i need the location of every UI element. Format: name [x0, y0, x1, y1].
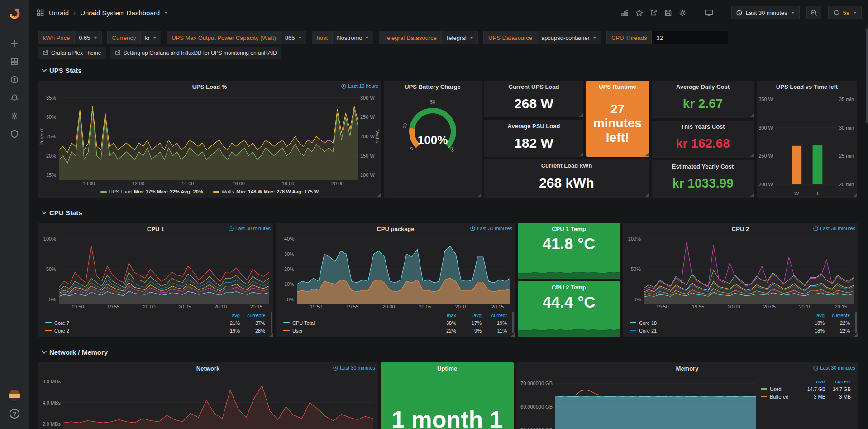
- section-network-memory[interactable]: Network / Memory: [38, 342, 862, 362]
- legend-column-header[interactable]: max: [800, 379, 825, 384]
- add-panel-icon[interactable]: [621, 9, 629, 17]
- legend-series-name[interactable]: UPS Load: [109, 189, 132, 194]
- apps-grid-icon[interactable]: [36, 9, 44, 17]
- refresh-picker[interactable]: 5s: [828, 6, 862, 19]
- panel-cpu-package: CPU package Last 30 minutes 40%30%20%10%…: [276, 223, 515, 337]
- axis-tick-label: 20:00: [143, 304, 156, 309]
- panel-title[interactable]: Memory: [676, 365, 699, 372]
- panel-title[interactable]: UPS Load vs Time left: [776, 83, 838, 90]
- panel-title[interactable]: Network: [196, 365, 219, 372]
- variable-value-dropdown[interactable]: 0.65: [74, 31, 101, 44]
- alerting-bell-icon[interactable]: [0, 89, 29, 107]
- dashboards-icon[interactable]: [0, 53, 29, 71]
- panel-title[interactable]: Average PSU Load: [508, 123, 560, 130]
- memory-chart[interactable]: [555, 374, 756, 429]
- share-icon[interactable]: [650, 9, 658, 17]
- variable-value-dropdown[interactable]: kr: [140, 31, 161, 44]
- dashboard-picker-caret-icon[interactable]: [164, 12, 168, 14]
- panel-cpu1-temp: CPU 1 Temp 41.8 °C: [518, 223, 620, 279]
- section-ups-stats[interactable]: UPS Stats: [38, 60, 862, 81]
- help-icon[interactable]: ?: [0, 405, 29, 423]
- panel-time-range[interactable]: Last 30 minutes: [470, 226, 512, 231]
- save-icon[interactable]: [664, 9, 672, 17]
- link-grafana-plex-theme[interactable]: Grafana Plex Theme: [38, 47, 106, 59]
- stat-value: 44.4 °C: [518, 293, 620, 321]
- breadcrumb-app[interactable]: Unraid: [49, 9, 69, 17]
- zoom-out-button[interactable]: [806, 6, 821, 19]
- axis-tick-label: 2.0 MBs: [43, 421, 61, 427]
- panel-title[interactable]: Average Daily Cost: [676, 83, 730, 90]
- legend-series-name[interactable]: Core 21: [630, 328, 799, 333]
- legend-column-header[interactable]: current▾: [825, 313, 850, 318]
- variable-value-dropdown[interactable]: Nostromo: [332, 31, 373, 44]
- panel-title[interactable]: UPS Load %: [192, 83, 227, 90]
- legend-series-name[interactable]: CPU Total: [283, 320, 431, 326]
- legend-series-name[interactable]: Used: [761, 386, 800, 392]
- legend-series-name[interactable]: Watts: [222, 189, 234, 194]
- user-avatar[interactable]: [0, 386, 29, 405]
- cpu-threads-input[interactable]: [651, 31, 728, 44]
- legend-column-header[interactable]: avg: [799, 313, 825, 318]
- legend-series-name[interactable]: Buffered: [761, 394, 800, 400]
- legend-column-header[interactable]: current: [825, 379, 851, 384]
- legend-scrollbar[interactable]: [855, 312, 857, 333]
- legend-series-name[interactable]: Core 2: [45, 328, 215, 333]
- panel-time-range[interactable]: Last 30 minutes: [333, 365, 375, 371]
- cycle-view-monitor-icon[interactable]: [705, 9, 713, 17]
- legend-series-name[interactable]: Core 18: [630, 320, 799, 326]
- load-vs-time-chart[interactable]: [776, 92, 837, 190]
- panel-title[interactable]: CPU 2 Temp: [552, 284, 586, 291]
- section-cpu-stats[interactable]: CPU Stats: [38, 202, 862, 223]
- axis-tick-label: 20:00: [728, 304, 740, 309]
- legend-column-header[interactable]: current: [482, 313, 507, 318]
- axis-tick-label: 10%: [284, 281, 294, 287]
- legend-series-name[interactable]: User: [283, 328, 431, 333]
- legend-series-name[interactable]: Core 7: [45, 320, 215, 326]
- cpu2-chart[interactable]: [644, 235, 854, 304]
- panel-title[interactable]: This Years Cost: [681, 123, 725, 130]
- dashboard-title[interactable]: Unraid System Dashboard: [80, 9, 160, 17]
- legend-column-header[interactable]: current▾: [240, 313, 265, 318]
- time-range-picker[interactable]: Last 30 minutes: [731, 6, 800, 19]
- variable-value-dropdown[interactable]: apcupsd-container: [537, 31, 601, 44]
- legend: UPS LoadMin: 17% Max: 32% Avg: 20% Watts…: [38, 188, 381, 198]
- stat-value: 268 W: [484, 92, 583, 117]
- legend-scrollbar[interactable]: [512, 312, 514, 333]
- star-icon[interactable]: [635, 9, 643, 17]
- panel-title[interactable]: CPU package: [377, 226, 414, 232]
- axis-tick-label: 19:55: [346, 304, 359, 309]
- server-admin-shield-icon[interactable]: [0, 125, 29, 143]
- panel-ups-load-vs-time-left: UPS Load vs Time left 350 W300 W250 W200…: [757, 81, 857, 198]
- ups-load-chart[interactable]: [59, 92, 358, 180]
- panel-time-range[interactable]: Last 30 minutes: [229, 226, 271, 231]
- legend-column-header[interactable]: avg: [215, 313, 240, 318]
- create-plus-icon[interactable]: [0, 34, 29, 53]
- panel-time-range[interactable]: Last 30 minutes: [813, 226, 855, 231]
- panel-average-psu-load: Average PSU Load 182 W: [484, 120, 583, 157]
- legend-column-header[interactable]: avg: [456, 313, 482, 318]
- variable-value-dropdown[interactable]: 865: [281, 31, 306, 44]
- cpu-package-chart[interactable]: [297, 235, 510, 304]
- explore-compass-icon[interactable]: [0, 71, 29, 89]
- panel-time-range[interactable]: Last 30 minutes: [813, 365, 855, 371]
- panel-title[interactable]: Uptime: [437, 365, 457, 372]
- legend-scrollbar[interactable]: [271, 312, 272, 333]
- panel-title[interactable]: UPS Runtime: [599, 83, 636, 90]
- panel-title[interactable]: Current Load kWh: [541, 162, 592, 169]
- panel-time-range[interactable]: Last 12 hours: [341, 83, 378, 89]
- panel-title[interactable]: CPU 2: [732, 226, 749, 232]
- panel-title[interactable]: Estimated Yearly Cost: [672, 163, 734, 170]
- variable-value-dropdown[interactable]: Telegraf: [441, 31, 478, 44]
- legend-column-header[interactable]: max: [431, 313, 456, 318]
- panel-title[interactable]: Current UPS Load: [509, 83, 559, 90]
- configuration-gear-icon[interactable]: [0, 107, 29, 125]
- grafana-logo-icon[interactable]: [0, 5, 29, 23]
- panel-title[interactable]: CPU 1 Temp: [552, 226, 586, 232]
- panel-title[interactable]: CPU 1: [147, 226, 164, 232]
- axis-tick-label: 300 W: [758, 125, 773, 130]
- network-chart[interactable]: [63, 374, 373, 429]
- dashboard-settings-gear-icon[interactable]: [679, 9, 687, 17]
- cpu1-chart[interactable]: [59, 235, 269, 304]
- panel-title[interactable]: UPS Battery Charge: [405, 83, 461, 90]
- link-ups-monitoring-guide[interactable]: Setting up Grafana and InfluxDB for UPS …: [110, 47, 282, 59]
